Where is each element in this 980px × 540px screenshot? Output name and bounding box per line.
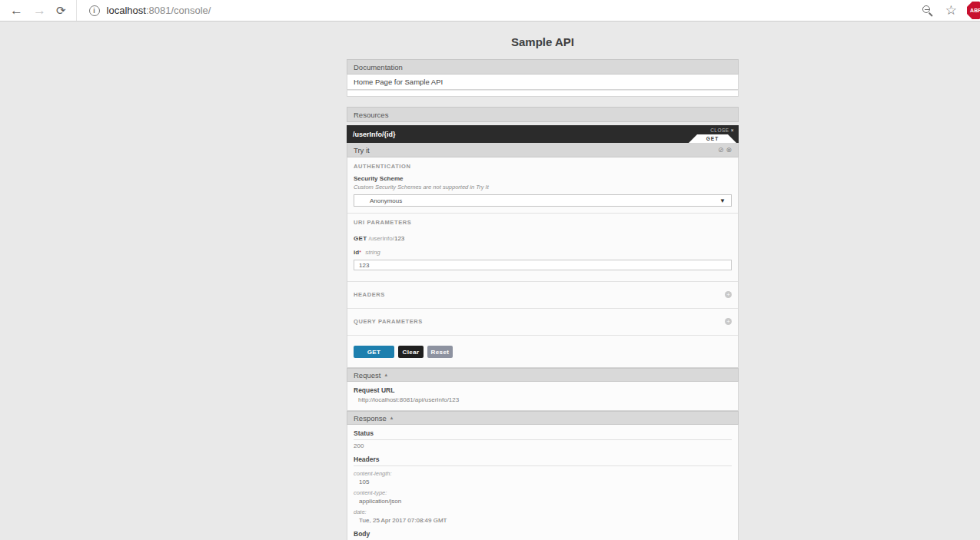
minus-line (925, 9, 929, 11)
header-name: content-type: (354, 489, 732, 496)
param-id-input[interactable] (354, 260, 732, 270)
try-it-panel: AUTHENTICATION Security Scheme Custom Se… (347, 157, 739, 368)
omnibox-divider (76, 0, 77, 22)
bookmark-star-icon[interactable]: ☆ (945, 2, 957, 18)
documentation-item-home[interactable]: Home Page for Sample API (347, 75, 739, 90)
request-preview: GET /userInfo/123 (354, 235, 732, 242)
reload-icon[interactable]: ⟳ (56, 0, 66, 22)
path-prefix: /userInfo/ (369, 235, 394, 242)
address-bar[interactable]: localhost:8081/console/ (107, 5, 211, 16)
security-scheme-select[interactable]: Anonymous ▼ (354, 194, 732, 207)
page-title: Sample API (347, 35, 739, 48)
security-scheme-label: Security Scheme (354, 175, 732, 182)
resource-path: /userInfo/{id} (353, 131, 396, 138)
response-header-row: content-length: 105 (354, 470, 732, 485)
header-name: content-length: (354, 470, 732, 477)
close-label: CLOSE (710, 128, 729, 133)
get-button[interactable]: GET (354, 346, 394, 358)
close-x-icon: × (731, 128, 734, 133)
api-console: Sample API Documentation Home Page for S… (347, 35, 739, 540)
param-type: string (365, 249, 380, 256)
required-asterisk: * (359, 249, 361, 256)
request-url-label: Request URL (354, 386, 732, 394)
try-it-bar: Try it ⊘ ⊗ (347, 143, 739, 157)
response-body-section: Status 200 Headers content-length: 105 c… (347, 425, 739, 540)
url-path: :8081/console/ (146, 5, 211, 16)
resource-bar[interactable]: /userInfo/{id} CLOSE× GET (347, 125, 739, 143)
header-value: Tue, 25 Apr 2017 07:08:49 GMT (359, 517, 732, 524)
request-url-value: http://localhost:8081/api/userInfo/123 (358, 396, 732, 403)
browser-toolbar: ← → ⟳ i localhost:8081/console/ ☆ ABP (0, 0, 980, 22)
response-headers-label: Headers (354, 456, 732, 466)
url-host: localhost (107, 5, 146, 16)
headers-section-label: HEADERS (354, 291, 385, 298)
uri-parameters-label: URI PARAMETERS (354, 219, 732, 226)
page-info-icon[interactable]: i (89, 5, 100, 16)
clear-button[interactable]: Clear (398, 346, 424, 358)
request-body: Request URL http://localhost:8081/api/us… (347, 382, 739, 411)
header-value: application/json (359, 498, 732, 505)
response-header-row: date: Tue, 25 Apr 2017 07:08:49 GMT (354, 509, 732, 524)
add-query-param-icon[interactable]: + (725, 318, 732, 325)
query-parameters-label: QUERY PARAMETERS (354, 318, 423, 325)
request-bar-label: Request (354, 371, 380, 379)
chevron-down-icon: ▼ (719, 197, 726, 204)
query-parameters-section[interactable]: QUERY PARAMETERS + (347, 309, 738, 336)
collapse-caret-icon: ▴ (384, 372, 387, 378)
resources-header-label: Resources (354, 111, 388, 119)
add-header-icon[interactable]: + (725, 291, 732, 298)
lens-handle (929, 12, 932, 16)
authentication-section: AUTHENTICATION Security Scheme Custom Se… (347, 157, 738, 214)
status-label: Status (354, 429, 732, 440)
documentation-header[interactable]: Documentation (347, 59, 739, 75)
path-value: 123 (394, 235, 404, 242)
documentation-item-label: Home Page for Sample API (354, 78, 443, 86)
authentication-section-label: AUTHENTICATION (354, 163, 732, 170)
request-bar[interactable]: Request ▴ (347, 368, 739, 382)
response-header-row: content-type: application/json (354, 489, 732, 505)
reset-button[interactable]: Reset (427, 346, 453, 358)
uri-parameters-section: URI PARAMETERS GET /userInfo/123 id*stri… (347, 214, 738, 282)
headers-section[interactable]: HEADERS + (347, 282, 738, 309)
close-button[interactable]: CLOSE× (710, 128, 734, 133)
security-scheme-note: Custom Security Schemes are not supporte… (354, 184, 732, 190)
status-value: 200 (354, 442, 732, 449)
response-body-label: Body (354, 530, 732, 538)
collapse-caret-icon: ▴ (390, 415, 394, 421)
back-icon[interactable]: ← (10, 0, 23, 22)
x-circle-icon[interactable]: ⊗ (726, 146, 732, 154)
security-scheme-selected: Anonymous (370, 197, 402, 204)
response-bar-label: Response (354, 414, 387, 422)
header-name: date: (354, 509, 732, 515)
toolbar-right: ☆ ABP (922, 2, 980, 19)
header-value: 105 (359, 479, 732, 485)
zoom-out-icon[interactable] (922, 5, 934, 17)
action-buttons: GET Clear Reset (347, 336, 738, 367)
documentation-footer (347, 90, 739, 97)
resources-header[interactable]: Resources (347, 107, 739, 122)
forward-icon[interactable]: → (33, 0, 46, 22)
method-label: GET (354, 235, 367, 242)
method-tab-get[interactable]: GET (689, 134, 736, 143)
adblock-extension-icon[interactable]: ABP (967, 2, 980, 19)
response-bar[interactable]: Response ▴ (347, 411, 739, 425)
try-it-label: Try it (354, 146, 370, 154)
documentation-header-label: Documentation (354, 63, 403, 71)
param-id-label-row: id*string (354, 249, 732, 256)
try-it-icons: ⊘ ⊗ (718, 146, 732, 154)
slash-circle-icon[interactable]: ⊘ (718, 146, 724, 154)
